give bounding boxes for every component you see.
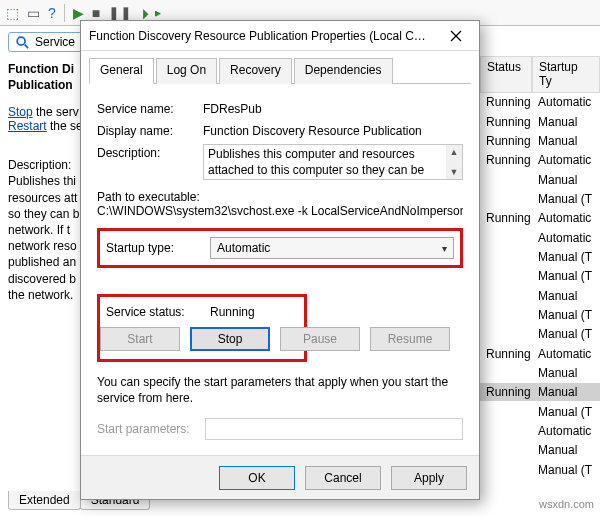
startup-type-group: Startup type: Automatic ▾ xyxy=(97,228,463,268)
cancel-button[interactable]: Cancel xyxy=(305,466,381,490)
stop-button[interactable]: Stop xyxy=(190,327,270,351)
startup-cell[interactable]: Manual xyxy=(532,441,600,459)
tab-general[interactable]: General xyxy=(89,58,154,84)
startup-cell[interactable]: Manual (T xyxy=(532,267,600,285)
status-cell[interactable] xyxy=(480,364,532,382)
play-icon[interactable]: ▶ xyxy=(73,5,84,21)
startup-cell[interactable]: Manual (T xyxy=(532,306,600,324)
status-cell[interactable]: Running xyxy=(480,113,532,131)
status-cell[interactable]: Running xyxy=(480,151,532,169)
search-placeholder: Service xyxy=(35,35,75,49)
startup-type-value: Automatic xyxy=(217,241,270,255)
services-columns: Status Startup Ty RunningAutomaticRunnin… xyxy=(480,56,600,480)
description-text: Publishes this computer and resources at… xyxy=(204,145,446,179)
dialog-tabs: General Log On Recovery Dependencies xyxy=(89,57,471,84)
status-cell[interactable] xyxy=(480,267,532,285)
start-params-label: Start parameters: xyxy=(97,422,197,436)
path-value: C:\WINDOWS\system32\svchost.exe -k Local… xyxy=(97,204,463,218)
status-cell[interactable] xyxy=(480,325,532,343)
status-cell[interactable]: Running xyxy=(480,209,532,227)
service-name-value: FDResPub xyxy=(203,100,463,116)
status-header[interactable]: Status xyxy=(480,56,532,93)
startup-cell[interactable]: Automatic xyxy=(532,93,600,111)
status-cell[interactable]: Running xyxy=(480,93,532,111)
startup-cell[interactable]: Manual (T xyxy=(532,403,600,421)
service-title-line2: Publication xyxy=(8,78,73,92)
startup-cell[interactable]: Manual xyxy=(532,383,600,401)
chevron-down-icon: ▾ xyxy=(442,243,447,254)
restart-tail: the se xyxy=(47,119,83,133)
startup-cell[interactable]: Manual xyxy=(532,113,600,131)
help-icon[interactable]: ? xyxy=(48,5,56,21)
service-title-line1: Function Di xyxy=(8,62,74,76)
status-cell[interactable] xyxy=(480,422,532,440)
display-name-value: Function Discovery Resource Publication xyxy=(203,122,463,138)
startup-cell[interactable]: Manual (T xyxy=(532,461,600,479)
scroll-down-icon[interactable]: ▼ xyxy=(446,165,462,179)
tab-extended[interactable]: Extended xyxy=(8,491,81,510)
close-icon xyxy=(450,30,462,42)
status-cell[interactable] xyxy=(480,248,532,266)
startup-cell[interactable]: Automatic xyxy=(532,345,600,363)
status-cell[interactable]: Running xyxy=(480,345,532,363)
startup-cell[interactable]: Automatic xyxy=(532,229,600,247)
status-cell[interactable] xyxy=(480,461,532,479)
ok-button[interactable]: OK xyxy=(219,466,295,490)
status-cell[interactable] xyxy=(480,306,532,324)
service-control-buttons: Start Stop Pause Resume xyxy=(100,327,470,351)
dialog-title: Function Discovery Resource Publication … xyxy=(89,29,429,43)
status-cell[interactable] xyxy=(480,287,532,305)
status-cell[interactable] xyxy=(480,171,532,189)
startup-cell[interactable]: Automatic xyxy=(532,209,600,227)
tab-logon[interactable]: Log On xyxy=(156,58,217,84)
scroll-up-icon[interactable]: ▲ xyxy=(446,145,462,159)
dialog-body: Service name: FDResPub Display name: Fun… xyxy=(81,84,479,455)
close-button[interactable] xyxy=(441,24,471,48)
svg-line-1 xyxy=(25,45,29,49)
stop-tail: the serv xyxy=(33,105,79,119)
service-name-label: Service name: xyxy=(97,100,197,116)
export-icon[interactable]: ⬚ xyxy=(6,5,19,21)
service-status-group: Service status: Running Start Stop Pause… xyxy=(97,294,307,362)
restart-icon[interactable]: ⏵▶ xyxy=(140,5,161,21)
startup-type-label: Startup type: xyxy=(106,241,202,255)
status-cell[interactable]: Running xyxy=(480,132,532,150)
startup-cell[interactable]: Manual xyxy=(532,132,600,150)
start-button[interactable]: Start xyxy=(100,327,180,351)
stop-icon[interactable]: ■ xyxy=(92,5,100,21)
description-label: Description: xyxy=(97,144,197,160)
startup-cell[interactable]: Manual (T xyxy=(532,325,600,343)
status-cell[interactable] xyxy=(480,229,532,247)
startup-cell[interactable]: Automatic xyxy=(532,422,600,440)
status-cell[interactable] xyxy=(480,190,532,208)
status-cell[interactable] xyxy=(480,441,532,459)
path-label: Path to executable: xyxy=(97,190,463,204)
status-cell[interactable]: Running xyxy=(480,383,532,401)
startup-cell[interactable]: Automatic xyxy=(532,151,600,169)
startup-cell[interactable]: Manual xyxy=(532,364,600,382)
stop-service-link[interactable]: Stop xyxy=(8,105,33,119)
tab-dependencies[interactable]: Dependencies xyxy=(294,58,393,84)
start-params-hint: You can specify the start parameters tha… xyxy=(97,374,463,406)
resume-button[interactable]: Resume xyxy=(370,327,450,351)
pause-icon[interactable]: ❚❚ xyxy=(108,5,132,21)
startup-header[interactable]: Startup Ty xyxy=(532,56,600,93)
start-params-input[interactable] xyxy=(205,418,463,440)
service-status-value: Running xyxy=(210,305,298,319)
search-icon xyxy=(15,35,29,49)
description-box[interactable]: Publishes this computer and resources at… xyxy=(203,144,463,180)
startup-cell[interactable]: Manual (T xyxy=(532,248,600,266)
apply-button[interactable]: Apply xyxy=(391,466,467,490)
startup-type-combo[interactable]: Automatic ▾ xyxy=(210,237,454,259)
properties-icon[interactable]: ▭ xyxy=(27,5,40,21)
description-body: Publishes thi resources att so they can … xyxy=(8,174,79,301)
startup-cell[interactable]: Manual xyxy=(532,171,600,189)
pause-button[interactable]: Pause xyxy=(280,327,360,351)
tab-recovery[interactable]: Recovery xyxy=(219,58,292,84)
restart-service-link[interactable]: Restart xyxy=(8,119,47,133)
description-scrollbar[interactable]: ▲ ▼ xyxy=(446,145,462,179)
startup-cell[interactable]: Manual xyxy=(532,287,600,305)
properties-dialog: Function Discovery Resource Publication … xyxy=(80,20,480,500)
status-cell[interactable] xyxy=(480,403,532,421)
startup-cell[interactable]: Manual (T xyxy=(532,190,600,208)
